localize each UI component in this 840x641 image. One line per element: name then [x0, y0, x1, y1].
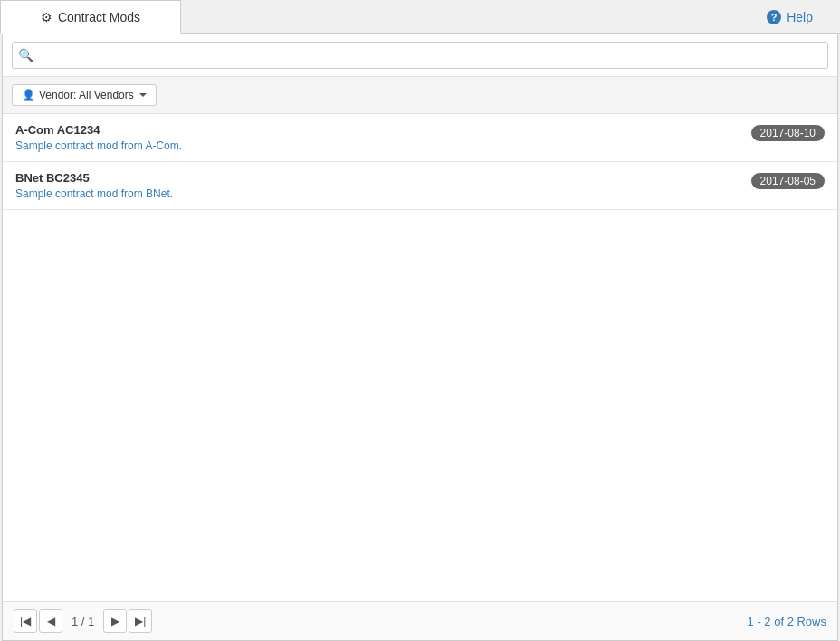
list-item-content: BNet BC2345 Sample contract mod from BNe… [15, 171, 173, 200]
item-title: A-Com AC1234 [15, 123, 182, 137]
vendor-icon: 👤 [22, 89, 35, 101]
search-input[interactable] [37, 49, 822, 62]
pagination: |◀ ◀ 1 / 1 ▶ ▶| [14, 609, 152, 633]
tab-contract-mods[interactable]: ⚙ Contract Mods [0, 0, 181, 34]
filter-bar: 👤 Vendor: All Vendors [3, 77, 837, 114]
main-panel: 🔍 👤 Vendor: All Vendors A-Com AC1234 Sam… [2, 34, 838, 641]
item-title: BNet BC2345 [15, 171, 173, 185]
list-item[interactable]: BNet BC2345 Sample contract mod from BNe… [3, 162, 837, 210]
list-item[interactable]: A-Com AC1234 Sample contract mod from A-… [3, 114, 837, 162]
list-item-content: A-Com AC1234 Sample contract mod from A-… [15, 123, 182, 152]
page-info: 1 / 1 [64, 615, 101, 628]
tab-contract-mods-label: Contract Mods [58, 10, 140, 24]
date-badge: 2017-08-10 [751, 125, 825, 141]
first-page-button[interactable]: |◀ [14, 609, 37, 633]
vendor-button-label: Vendor: All Vendors [39, 89, 134, 101]
tab-bar: ⚙ Contract Mods ? Help [0, 0, 840, 34]
next-page-button[interactable]: ▶ [103, 609, 127, 633]
search-icon: 🔍 [18, 48, 33, 62]
last-page-button[interactable]: ▶| [129, 609, 152, 633]
prev-page-button[interactable]: ◀ [39, 609, 62, 633]
help-circle-icon: ? [767, 10, 781, 24]
search-container[interactable]: 🔍 [12, 42, 828, 69]
item-subtitle: Sample contract mod from BNet. [15, 187, 173, 200]
search-bar: 🔍 [3, 34, 837, 77]
tab-help-label: Help [787, 10, 813, 24]
list-area: A-Com AC1234 Sample contract mod from A-… [3, 114, 837, 601]
date-badge: 2017-08-05 [751, 173, 825, 189]
row-count: 1 - 2 of 2 Rows [748, 615, 826, 628]
contract-mods-icon: ⚙ [41, 10, 52, 24]
tab-help[interactable]: ? Help [740, 0, 840, 33]
caret-down-icon [139, 93, 147, 97]
app-container: ⚙ Contract Mods ? Help 🔍 👤 Vendor: All V… [0, 0, 840, 641]
vendor-filter-button[interactable]: 👤 Vendor: All Vendors [12, 84, 157, 106]
footer: |◀ ◀ 1 / 1 ▶ ▶| 1 - 2 of 2 Rows [3, 601, 837, 640]
item-subtitle: Sample contract mod from A-Com. [15, 139, 182, 152]
